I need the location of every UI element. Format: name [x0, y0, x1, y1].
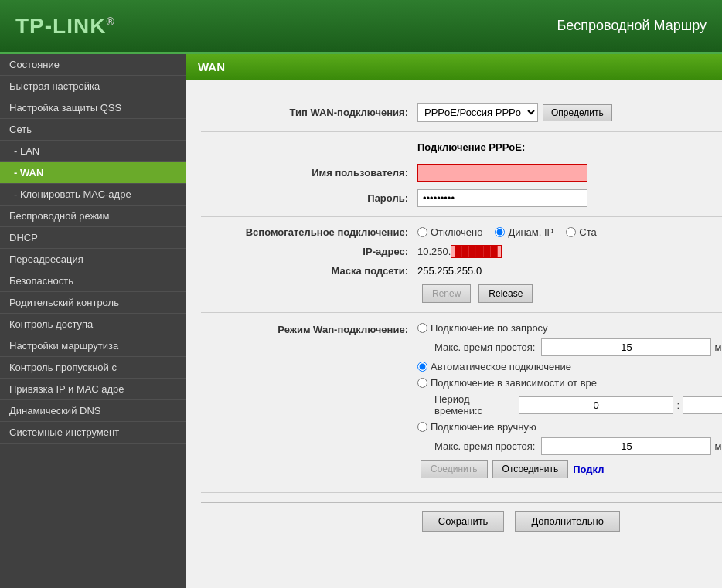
sidebar-item-wan[interactable]: - WAN — [0, 162, 186, 184]
ip-row: IP-адрес: 10.250.██████ — [201, 246, 722, 257]
disconnect-button[interactable]: Отсоединить — [492, 460, 569, 478]
mode-label: Режим Wan-подключение: — [201, 322, 417, 335]
radio-time[interactable]: Подключение в зависимости от вре — [417, 377, 597, 389]
renew-button[interactable]: Renew — [422, 284, 471, 303]
sidebar: СостояниеБыстрая настройкаНастройка защи… — [0, 54, 186, 588]
mode-manual-row: Подключение вручную — [417, 421, 722, 433]
renew-release-row: Renew Release — [201, 284, 722, 303]
radio-off-input[interactable] — [417, 227, 427, 237]
sidebar-item-bandwidth[interactable]: Контроль пропускной с — [0, 357, 186, 379]
pppoe-label-control: Подключение PPPoE: — [417, 141, 722, 156]
radio-static-input[interactable] — [566, 227, 576, 237]
separator3 — [201, 312, 722, 313]
password-label: Пароль: — [201, 192, 417, 204]
separator1 — [201, 131, 722, 132]
bottom-buttons: Сохранить Дополнительно — [201, 502, 722, 539]
radio-off[interactable]: Отключено — [417, 226, 482, 238]
mode-time-sub: Период времени:с : — [434, 393, 722, 416]
radio-time-input[interactable] — [417, 378, 427, 388]
mode-options: Подключение по запросу Макс. время прост… — [417, 322, 722, 483]
sidebar-item-network[interactable]: Сеть — [0, 119, 186, 141]
mode-on-demand-row: Подключение по запросу — [417, 322, 722, 334]
form-area: Тип WAN-подключения: PPPoE/Россия PPPo О… — [186, 95, 722, 555]
manual-time-input[interactable] — [541, 437, 711, 455]
sidebar-item-security[interactable]: Безопасность — [0, 270, 186, 292]
more-link[interactable]: Подкл — [573, 464, 604, 475]
subnet-value: 255.255.255.0 — [417, 265, 482, 277]
time-to-input[interactable] — [683, 396, 722, 414]
ip-control: 10.250.██████ — [417, 246, 722, 257]
sidebar-item-dhcp[interactable]: DHCP — [0, 227, 186, 249]
sidebar-item-mac-clone[interactable]: - Клонировать МАС-адре — [0, 184, 186, 206]
subnet-row: Маска подсети: 255.255.255.0 — [201, 265, 722, 277]
sidebar-item-qss[interactable]: Настройка защиты QSS — [0, 97, 186, 119]
connect-buttons-row: Соединить Отсоединить Подкл — [417, 460, 722, 478]
wan-type-select[interactable]: PPPoE/Россия PPPo — [417, 103, 538, 122]
time-from-input[interactable] — [519, 396, 674, 414]
separator4 — [201, 492, 722, 493]
sidebar-item-ip-mac[interactable]: Привязка IP и МАС адре — [0, 379, 186, 400]
radio-auto-input[interactable] — [417, 362, 427, 372]
wan-type-label: Тип WAN-подключения: — [201, 107, 417, 118]
radio-dynamic-input[interactable] — [495, 227, 505, 237]
username-input[interactable] — [417, 164, 587, 182]
determine-button[interactable]: Определить — [543, 104, 612, 121]
username-label: Имя пользователя: — [201, 167, 417, 178]
radio-static[interactable]: Ста — [566, 226, 596, 238]
sidebar-item-forwarding[interactable]: Переадресация — [0, 249, 186, 270]
logo: TP-LINK® — [15, 14, 115, 39]
mode-on-demand-sub: Макс. время простоя: мину — [434, 338, 722, 356]
sidebar-item-ddns[interactable]: Динамический DNS — [0, 400, 186, 422]
sidebar-item-routing[interactable]: Настройки маршрутиза — [0, 335, 186, 357]
wan-type-row: Тип WAN-подключения: PPPoE/Россия PPPo О… — [201, 103, 722, 122]
sidebar-item-status[interactable]: Состояние — [0, 54, 186, 76]
pppoe-row: Подключение PPPoE: — [201, 141, 722, 156]
main-layout: СостояниеБыстрая настройкаНастройка защи… — [0, 54, 722, 588]
ip-value: 10.250.██████ — [417, 246, 502, 257]
connect-button[interactable]: Соединить — [421, 460, 488, 478]
password-row: Пароль: — [201, 189, 722, 207]
renew-release-control: Renew Release — [417, 284, 722, 303]
sidebar-item-wireless[interactable]: Беспроводной режим — [0, 206, 186, 227]
save-button[interactable]: Сохранить — [422, 511, 505, 532]
advanced-button[interactable]: Дополнительно — [515, 511, 620, 532]
radio-manual-input[interactable] — [417, 422, 427, 432]
radio-auto[interactable]: Автоматическое подключение — [417, 361, 571, 372]
renew-release-buttons: Renew Release — [419, 284, 533, 303]
header: TP-LINK® Беспроводной Маршру — [0, 0, 722, 54]
mode-manual-sub: Макс. время простоя: мину — [434, 437, 722, 455]
logo-trademark: ® — [106, 15, 114, 27]
subnet-control: 255.255.255.0 — [417, 265, 722, 277]
sidebar-item-lan[interactable]: - LAN — [0, 141, 186, 162]
wan-type-control: PPPoE/Россия PPPo Определить — [417, 103, 722, 122]
ip-label: IP-адрес: — [201, 246, 417, 257]
radio-dynamic[interactable]: Динам. IP — [495, 226, 553, 238]
mode-time-row: Подключение в зависимости от вре — [417, 377, 722, 389]
secondary-control: Отключено Динам. IP Ста — [417, 226, 722, 238]
secondary-radio-group: Отключено Динам. IP Ста — [417, 226, 597, 238]
sidebar-item-access[interactable]: Контроль доступа — [0, 314, 186, 335]
password-input[interactable] — [417, 189, 587, 207]
radio-manual[interactable]: Подключение вручную — [417, 421, 536, 433]
on-demand-time-input[interactable] — [541, 338, 711, 356]
sidebar-item-parental[interactable]: Родительский контроль — [0, 292, 186, 314]
section-header: WAN — [186, 54, 722, 80]
sidebar-item-quick-setup[interactable]: Быстрая настройка — [0, 76, 186, 97]
separator2 — [201, 216, 722, 217]
pppoe-label: Подключение PPPoE: — [417, 141, 525, 153]
secondary-label: Вспомогательное подключение: — [201, 226, 417, 238]
username-row: Имя пользователя: — [201, 164, 722, 182]
header-title: Беспроводной Маршру — [557, 18, 707, 34]
username-control — [417, 164, 722, 182]
content-area: WAN Тип WAN-подключения: PPPoE/Россия PP… — [186, 54, 722, 588]
release-button[interactable]: Release — [478, 284, 533, 303]
password-control — [417, 189, 722, 207]
secondary-row: Вспомогательное подключение: Отключено Д… — [201, 226, 722, 238]
sidebar-item-tools[interactable]: Системные инструмент — [0, 422, 186, 444]
mode-auto-row: Автоматическое подключение — [417, 361, 722, 372]
radio-on-demand-input[interactable] — [417, 323, 427, 333]
subnet-label: Маска подсети: — [201, 265, 417, 277]
radio-on-demand[interactable]: Подключение по запросу — [417, 322, 548, 334]
mode-row: Режим Wan-подключение: Подключение по за… — [201, 322, 722, 483]
